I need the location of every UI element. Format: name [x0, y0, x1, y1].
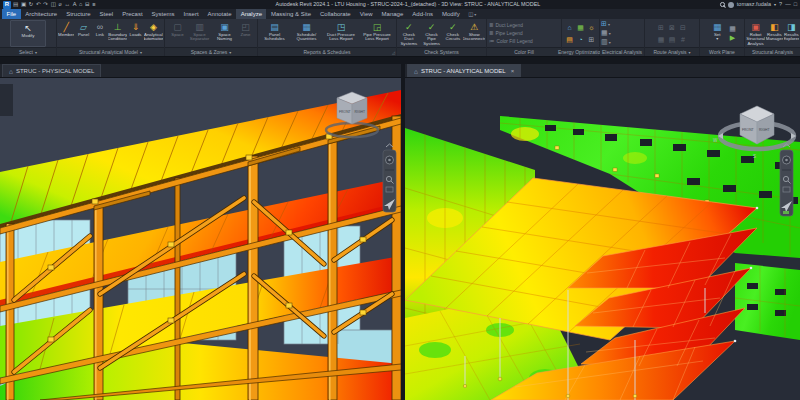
tab-analyze[interactable]: Analyze	[236, 9, 266, 19]
results-explorer-button[interactable]: ◨Results Explorer	[784, 20, 799, 47]
duct-pressure-loss-report-icon: ◳	[337, 22, 346, 33]
power-analytical-components-icon[interactable]: ⊞	[601, 20, 607, 28]
check-duct-systems-button[interactable]: ✓Check Duct Systems	[398, 20, 420, 47]
restore-icon[interactable]: □	[794, 0, 797, 9]
aligned-dimension-icon[interactable]: ↔	[64, 0, 70, 9]
tab-insert[interactable]: Insert	[179, 9, 203, 19]
user-menu-caret-icon[interactable]: ▾	[774, 0, 776, 9]
energy-settings-icon[interactable]: ⌂	[565, 22, 575, 33]
tab-architecture[interactable]: Architecture	[21, 9, 62, 19]
zone-button: ◰Zone	[238, 20, 254, 47]
systems-analysis-icon[interactable]: ⊞	[587, 34, 597, 45]
one-way-icon: ▤	[667, 34, 677, 45]
tab-manage[interactable]: Manage	[377, 9, 408, 19]
open-icon[interactable]: ▤	[13, 0, 18, 9]
tab-annotate[interactable]: Annotate	[203, 9, 236, 19]
panel-schedules-button[interactable]: ▤Panel Schedules	[260, 20, 290, 47]
boundary-conditions-button[interactable]: ⊥Boundary Conditions	[108, 20, 127, 47]
tab-steel[interactable]: Steel	[95, 9, 118, 19]
energy-analysis-icon[interactable]: ◔	[576, 34, 586, 45]
modify-cursor-icon: ↖	[24, 23, 32, 34]
panel-button[interactable]: ▱Panel	[75, 20, 91, 47]
robot-structural-analysis-button[interactable]: ▣Robot Structural Analysis	[746, 20, 765, 47]
user-avatar	[728, 2, 734, 8]
member-icon: ╱	[63, 22, 68, 33]
help-icon[interactable]: ?	[779, 0, 782, 9]
tab-systems[interactable]: Systems	[147, 9, 179, 19]
duct-legend-button: ≣Duct Legend	[489, 22, 559, 28]
tab-add-ins[interactable]: Add-Ins	[408, 9, 438, 19]
space-naming-icon: ▣	[220, 22, 229, 33]
panel-route-analysis: ⊞ ⊠ ⊟ ▦ ▤ # Route Analysis▾	[645, 19, 700, 56]
results-manager-icon: ◧	[770, 22, 779, 33]
check-pipe-systems-button[interactable]: ✓Check Pipe Systems	[421, 20, 443, 47]
default-3d-view-icon[interactable]: ⌂	[79, 0, 82, 9]
pipe-legend-icon: ≣	[489, 30, 494, 36]
space-naming-button[interactable]: ▣Space Naming	[213, 20, 237, 47]
pipe-pressure-loss-report-button[interactable]: ◲Pipe Pressure Loss Report	[360, 20, 395, 47]
search-icon[interactable]	[720, 2, 725, 7]
set-work-plane-button[interactable]: ▦Set▾	[707, 20, 727, 47]
show-disconnects-button[interactable]: ⚠Show Disconnects	[463, 20, 485, 47]
loads-button[interactable]: ⇓Loads	[128, 20, 142, 47]
measure-icon[interactable]: ⌀	[59, 0, 62, 9]
undo-icon[interactable]: ↶	[36, 0, 41, 9]
minimize-icon[interactable]: —	[785, 0, 791, 9]
view-tab-bar-right: ⌂ STRUC - ANALYTICAL MODEL ×	[405, 64, 800, 78]
viewer-icon[interactable]: ▶	[729, 34, 736, 42]
ribbon-display-toggle[interactable]: ◫ ▾	[464, 9, 480, 19]
user-menu[interactable]: tomasz.fudala	[737, 0, 771, 9]
check-circuits-button[interactable]: ✓Check Circuits	[443, 20, 462, 47]
save-icon[interactable]: ▣	[21, 0, 26, 9]
panel-icon: ▱	[80, 22, 87, 33]
sync-with-central-icon[interactable]: ↻	[29, 0, 34, 9]
energy-report-icon[interactable]: ▤	[565, 34, 575, 45]
revit-logo[interactable]: R	[3, 1, 11, 9]
redo-icon[interactable]: ↷	[43, 0, 48, 9]
thin-lines-icon[interactable]: ≡	[92, 0, 95, 9]
member-button[interactable]: ╱Member	[58, 20, 74, 47]
dialog-launcher-icon[interactable]: ◿	[392, 50, 395, 55]
panel-select: ↖ Modify Select▾	[0, 19, 57, 56]
viewer-mini-icon	[783, 211, 789, 214]
tab-massing-site[interactable]: Massing & Site	[266, 9, 315, 19]
analytical-model-canvas[interactable]: FRONT RIGHT W S	[405, 78, 800, 400]
duct-pressure-loss-report-button[interactable]: ◳Duct Pressure Loss Report	[324, 20, 359, 47]
schedule-quantities-icon: ▦	[302, 22, 311, 33]
tab-modify[interactable]: Modify	[437, 9, 464, 19]
space-separator-icon: ▥	[195, 22, 204, 33]
boundary-conditions-icon: ⊥	[114, 22, 122, 33]
print-icon[interactable]: ◫	[51, 0, 56, 9]
reveal-obstacles-icon: ⊠	[667, 22, 677, 33]
show-work-plane-icon[interactable]: ▦	[729, 25, 736, 33]
results-manager-button[interactable]: ◧Results Manager	[766, 20, 782, 47]
location-icon[interactable]: ☼	[587, 22, 597, 33]
section-icon[interactable]: ⊟	[85, 0, 90, 9]
physical-model-canvas[interactable]: FRONT RIGHT	[0, 78, 401, 400]
results-explorer-icon: ◨	[787, 22, 796, 33]
set-work-plane-icon: ▦	[713, 22, 722, 33]
space-button: ▢Space	[169, 20, 187, 47]
view-tab-analytical-model[interactable]: ⌂ STRUC - ANALYTICAL MODEL ×	[407, 64, 521, 77]
modify-button[interactable]: ↖ Modify	[10, 20, 46, 47]
link-button[interactable]: ∞Link	[93, 20, 107, 47]
view-tab-physical-model[interactable]: ⌂ STRUC - PHYSICAL MODEL	[2, 64, 101, 77]
demand-factors-icon[interactable]: ▥	[601, 38, 608, 46]
tab-view[interactable]: View	[355, 9, 377, 19]
close-view-icon[interactable]: ×	[511, 68, 515, 74]
create-energy-model-icon[interactable]: ▦	[576, 22, 586, 33]
navigation-bar[interactable]	[780, 144, 793, 216]
panel-electrical-analysis: ⊞▾ ▦▾ ▥▾ Electrical Analysis	[600, 19, 645, 56]
tab-file[interactable]: File	[2, 9, 21, 19]
analytical-automation-button[interactable]: ◈Analytical Automation	[144, 20, 163, 47]
schedule-quantities-button[interactable]: ▦Schedule/ Quantities	[291, 20, 323, 47]
svg-text:RIGHT: RIGHT	[759, 128, 770, 132]
panel-structural-analytical-model: ╱Member ▱Panel ∞Link ⊥Boundary Condition…	[57, 19, 165, 56]
navigation-bar[interactable]	[383, 144, 396, 212]
electrical-settings-icon[interactable]: ▦	[601, 29, 608, 37]
tab-collaborate[interactable]: Collaborate	[316, 9, 356, 19]
tab-structure[interactable]: Structure	[62, 9, 95, 19]
text-icon[interactable]: A	[73, 0, 77, 9]
tab-precast[interactable]: Precast	[118, 9, 147, 19]
color-fill-legend-button: ≔Color Fill Legend	[489, 38, 559, 44]
